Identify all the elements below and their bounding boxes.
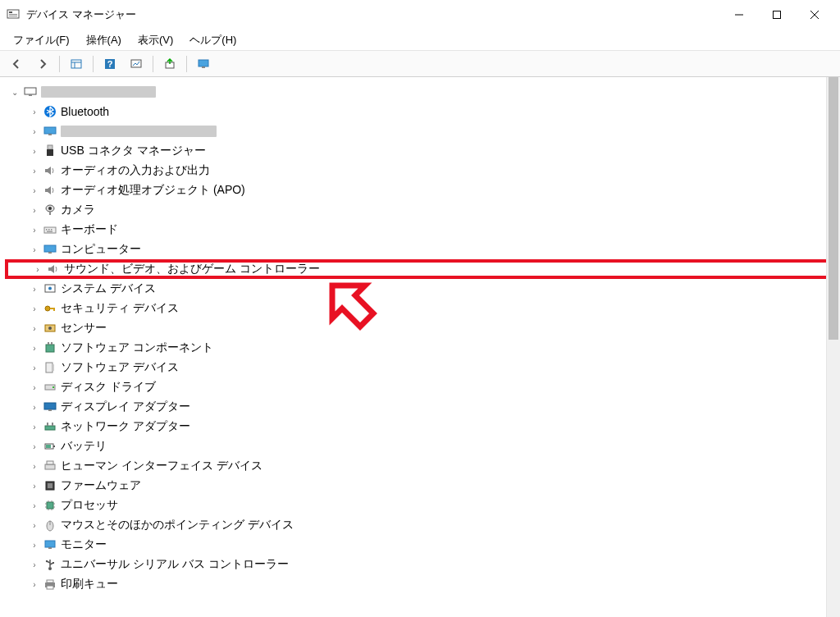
svg-rect-22 [48, 145, 52, 149]
tree-item-label: バッテリ [61, 439, 107, 454]
svg-rect-28 [46, 229, 48, 231]
chevron-right-icon: › [28, 324, 41, 333]
keyboard-icon [43, 222, 57, 237]
toolbar-separator [93, 56, 94, 72]
tree-item[interactable]: ›ネットワーク アダプター [5, 417, 840, 436]
tree-item[interactable]: ›ヒューマン インターフェイス デバイス [5, 456, 840, 476]
svg-rect-41 [46, 345, 54, 352]
tree-item[interactable]: ›オーディオ処理オブジェクト (APO) [5, 181, 840, 200]
chevron-right-icon: › [28, 226, 41, 235]
titlebar: デバイス マネージャー [0, 0, 840, 30]
speaker-icon [46, 262, 61, 277]
toolbar-separator [59, 56, 60, 72]
chevron-right-icon: › [28, 186, 41, 195]
software-icon [43, 360, 57, 375]
tree-item[interactable]: ›マウスとそのほかのポインティング デバイス [5, 515, 840, 535]
app-icon [7, 8, 20, 21]
window-title: デバイス マネージャー [26, 7, 720, 22]
tree-item[interactable]: ›ファームウェア [5, 476, 840, 496]
svg-rect-51 [47, 423, 48, 426]
tree-item-label: USB コネクタ マネージャー [61, 144, 206, 158]
tree-item[interactable]: ›プロセッサ [5, 496, 840, 515]
tree-root[interactable]: ⌄ [5, 82, 840, 102]
tree-item[interactable]: ›ディスプレイ アダプター [5, 397, 840, 417]
tree-item[interactable]: ›バッテリ [5, 436, 840, 456]
help-button[interactable]: ? [98, 53, 121, 75]
svg-rect-57 [47, 461, 53, 464]
scrollbar-thumb[interactable] [829, 77, 838, 340]
tree-item[interactable]: ›ソフトウェア デバイス [5, 358, 840, 377]
svg-rect-26 [49, 212, 51, 215]
chevron-right-icon: › [28, 580, 41, 589]
svg-rect-23 [47, 149, 53, 156]
show-all-button[interactable] [65, 53, 88, 75]
device-tree: ⌄ ›Bluetooth››USB コネクタ マネージャー›オーディオの入力およ… [0, 77, 840, 617]
tree-item[interactable]: ›カメラ [5, 200, 840, 220]
tree-item[interactable]: ›ユニバーサル シリアル バス コントローラー [5, 555, 840, 574]
component-icon [43, 340, 57, 355]
scan-button[interactable] [125, 53, 148, 75]
tree-item-label: ヒューマン インターフェイス デバイス [61, 459, 262, 473]
monitor-button[interactable] [192, 53, 215, 75]
svg-rect-32 [44, 245, 56, 252]
tree-item[interactable]: ›サウンド、ビデオ、およびゲーム コントローラー [5, 259, 840, 279]
camera-icon [43, 203, 57, 217]
chevron-right-icon: › [28, 383, 41, 392]
menu-view[interactable]: 表示(V) [130, 31, 181, 49]
tree-item[interactable]: ›キーボード [5, 220, 840, 240]
tree-item[interactable]: ›コンピューター [5, 240, 840, 259]
forward-button[interactable] [31, 53, 54, 75]
menu-help[interactable]: ヘルプ(H) [181, 31, 244, 49]
svg-rect-44 [46, 363, 52, 372]
chevron-right-icon: › [28, 206, 41, 215]
svg-rect-2 [9, 14, 17, 15]
minimize-button[interactable] [720, 2, 758, 28]
system-icon [43, 281, 57, 296]
tree-item-label: プロセッサ [61, 498, 118, 513]
tree-item-label: ディスク ドライブ [61, 380, 156, 395]
svg-rect-43 [51, 342, 52, 345]
vertical-scrollbar[interactable] [826, 77, 840, 617]
tree-item[interactable]: ›セキュリティ デバイス [5, 299, 840, 318]
tree-item[interactable]: ›印刷キュー [5, 574, 840, 594]
menubar: ファイル(F) 操作(A) 表示(V) ヘルプ(H) [0, 30, 840, 51]
tree-item-label: セキュリティ デバイス [61, 301, 179, 316]
close-button[interactable] [796, 2, 833, 28]
tree-item[interactable]: ›モニター [5, 535, 840, 555]
chevron-right-icon: › [28, 442, 41, 451]
tree-item[interactable]: ›センサー [5, 318, 840, 338]
tree-item[interactable]: ›ディスク ドライブ [5, 377, 840, 397]
update-driver-button[interactable] [158, 53, 181, 75]
tree-item[interactable]: ›システム デバイス [5, 279, 840, 299]
tree-item[interactable]: ›ソフトウェア コンポーネント [5, 338, 840, 358]
tree-item-label: ネットワーク アダプター [61, 419, 190, 434]
tree-item-label: マウスとそのほかのポインティング デバイス [61, 518, 294, 532]
toolbar-separator [186, 56, 187, 72]
svg-rect-79 [47, 586, 53, 589]
tree-item[interactable]: › [5, 121, 840, 141]
chevron-right-icon: › [28, 344, 41, 353]
svg-rect-60 [47, 502, 53, 509]
svg-point-73 [48, 567, 52, 570]
menu-file[interactable]: ファイル(F) [5, 31, 78, 49]
menu-action[interactable]: 操作(A) [78, 31, 130, 49]
tree-item[interactable]: ›USB コネクタ マネージャー [5, 141, 840, 161]
usb-icon [43, 144, 57, 158]
svg-rect-48 [44, 403, 56, 409]
svg-rect-76 [52, 562, 54, 564]
tree-item[interactable]: ›Bluetooth [5, 102, 840, 121]
window-controls [720, 2, 833, 28]
chevron-down-icon: ⌄ [8, 88, 21, 97]
chevron-right-icon: › [28, 462, 41, 471]
hid-icon [43, 459, 57, 473]
tree-item[interactable]: ›オーディオの入力および出力 [5, 161, 840, 181]
svg-rect-42 [48, 342, 49, 345]
usbctrl-icon [43, 557, 57, 572]
svg-rect-29 [48, 229, 50, 231]
chevron-right-icon: › [28, 304, 41, 313]
tree-item-label: ユニバーサル シリアル バス コントローラー [61, 557, 289, 572]
svg-rect-3 [9, 16, 17, 16]
maximize-button[interactable] [758, 2, 796, 28]
back-button[interactable] [5, 53, 28, 75]
chevron-right-icon: › [28, 107, 41, 117]
